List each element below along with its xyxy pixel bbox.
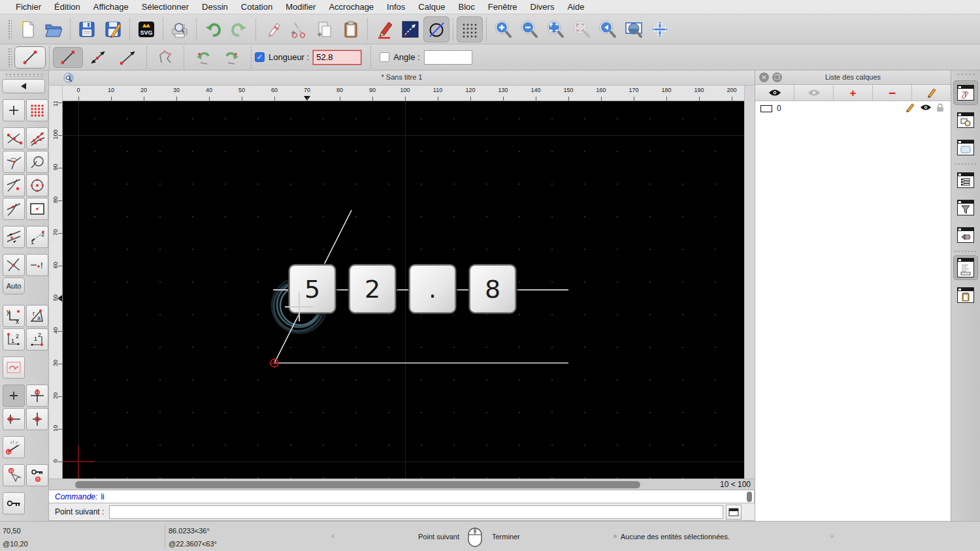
snap-intersection-manual-button[interactable] xyxy=(3,254,25,276)
polyline-close-button[interactable] xyxy=(150,47,180,68)
back-button[interactable] xyxy=(2,79,45,93)
redo-segment-button[interactable] xyxy=(218,47,248,68)
menu-item-aide[interactable]: Aide xyxy=(561,2,591,12)
save-as-button[interactable] xyxy=(100,16,126,42)
menu-item-calque[interactable]: Calque xyxy=(412,2,451,12)
menu-item-modifier[interactable]: Modifier xyxy=(279,2,322,12)
snap-tangent-button[interactable] xyxy=(26,151,48,173)
relative-polar-button[interactable]: 1 2 xyxy=(26,328,48,351)
snap-distance-button[interactable]: 1 2 xyxy=(26,226,48,248)
zoom-selection-button[interactable] xyxy=(568,16,595,42)
restrict-horizontal-button[interactable] xyxy=(3,408,25,430)
layer-lock-icon[interactable] xyxy=(936,103,944,112)
unlock-relative-zero-button[interactable] xyxy=(3,492,25,514)
copy-button[interactable] xyxy=(312,16,338,42)
delete-button[interactable] xyxy=(259,16,286,42)
options-drag-handle[interactable] xyxy=(8,48,12,67)
line-one-direction-button[interactable] xyxy=(113,47,143,68)
snap-center-button[interactable] xyxy=(26,174,48,197)
menu-item-fichier[interactable]: Fichier xyxy=(9,2,48,12)
menu-item-dessin[interactable]: Dessin xyxy=(195,2,235,12)
zoom-window-button[interactable] xyxy=(621,16,647,42)
toggle-layer-panel-button[interactable] xyxy=(953,80,978,105)
print-preview-button[interactable] xyxy=(167,16,193,42)
set-relative-zero-button[interactable] xyxy=(3,464,25,486)
command-history-scrollbar[interactable] xyxy=(747,492,752,502)
vertical-scrollbar[interactable] xyxy=(744,86,755,479)
hscroll-thumb[interactable] xyxy=(75,481,640,488)
toggle-block-panel-button[interactable] xyxy=(953,108,978,133)
angle-input[interactable] xyxy=(424,50,472,65)
edit-layer-button[interactable] xyxy=(912,85,951,101)
restrict-parallel-button[interactable] xyxy=(3,226,25,248)
length-checkbox[interactable]: ✓ xyxy=(255,52,265,62)
layer-visibility-eye-icon[interactable] xyxy=(920,104,932,111)
zoom-in-button[interactable] xyxy=(490,16,516,42)
menu-item-cotation[interactable]: Cotation xyxy=(235,2,279,12)
menu-item-divers[interactable]: Divers xyxy=(524,2,561,12)
lock-relative-zero-button[interactable] xyxy=(26,464,48,486)
relative-cartesian-button[interactable]: 1 2 xyxy=(3,328,25,351)
angle-checkbox[interactable] xyxy=(380,52,389,62)
snap-auto-intersection-button[interactable] xyxy=(3,198,25,220)
remove-layer-button[interactable]: − xyxy=(873,85,912,101)
undo-button[interactable] xyxy=(200,16,226,42)
menu-item-infos[interactable]: Infos xyxy=(380,2,412,12)
toggle-property-panel-button[interactable] xyxy=(953,168,978,193)
show-all-layers-button[interactable] xyxy=(755,85,794,101)
restrict-off-button[interactable] xyxy=(3,385,25,407)
save-button[interactable] xyxy=(74,16,100,42)
restrict-both-button[interactable] xyxy=(26,408,48,430)
grid-toggle-button[interactable] xyxy=(457,16,483,42)
toggle-clipboard-panel-button[interactable] xyxy=(953,283,978,307)
toggle-command-line-button[interactable] xyxy=(953,255,978,280)
toggle-library-panel-button[interactable] xyxy=(953,135,978,160)
redo-button[interactable] xyxy=(226,16,252,42)
line-mode-button[interactable] xyxy=(397,16,423,42)
snap-toolbar-handle[interactable] xyxy=(5,73,44,77)
line-segment-button[interactable] xyxy=(53,47,83,68)
zoom-out-button[interactable] xyxy=(516,16,542,42)
new-file-button[interactable] xyxy=(14,16,41,42)
length-input[interactable] xyxy=(313,50,361,65)
line-both-directions-button[interactable] xyxy=(83,47,113,68)
draw-pencil-button[interactable] xyxy=(371,16,397,42)
snap-auto-button[interactable]: Auto xyxy=(3,277,25,294)
toolbar-drag-handle[interactable] xyxy=(8,20,12,39)
menu-item-edition[interactable]: Édition xyxy=(48,2,87,12)
layer-row[interactable]: 0 xyxy=(755,101,951,116)
menu-item-affichage[interactable]: Affichage xyxy=(87,2,135,12)
menu-item-fenetre[interactable]: Fenêtre xyxy=(482,2,524,12)
restrict-vertical-button[interactable] xyxy=(26,385,48,407)
open-file-button[interactable] xyxy=(41,16,67,42)
layer-color-swatch[interactable] xyxy=(760,105,772,112)
menu-item-bloc[interactable]: Bloc xyxy=(451,2,481,12)
cut-button[interactable] xyxy=(286,16,312,42)
add-layer-button[interactable]: + xyxy=(834,85,873,101)
paste-button[interactable] xyxy=(338,16,364,42)
drawing-canvas[interactable]: 52.8 xyxy=(63,101,744,479)
horizontal-scrollbar[interactable]: 10 < 100 xyxy=(49,479,755,490)
command-input[interactable] xyxy=(109,505,723,519)
restrict-orthogonal-button[interactable] xyxy=(3,356,25,379)
undo-segment-button[interactable] xyxy=(188,47,218,68)
coordinate-cartesian-button[interactable]: y x xyxy=(3,305,25,327)
line-tool-button[interactable] xyxy=(14,46,46,69)
restrict-angle-button[interactable] xyxy=(3,436,25,458)
snap-grid-button[interactable] xyxy=(26,99,48,121)
toggle-selection-filter-button[interactable] xyxy=(953,195,978,220)
zoom-auto-button[interactable] xyxy=(542,16,568,42)
ellipse-mode-button[interactable] xyxy=(423,16,449,42)
pan-button[interactable] xyxy=(647,16,673,42)
keyboard-toggle-button[interactable] xyxy=(726,505,742,520)
hide-all-layers-button[interactable] xyxy=(794,85,834,101)
snap-free-button[interactable] xyxy=(3,99,25,121)
strip-drag-handle[interactable] xyxy=(956,73,975,76)
snap-on-entity-button[interactable] xyxy=(26,127,48,150)
snap-intersection-button[interactable] xyxy=(3,174,25,197)
snap-endpoints-button[interactable] xyxy=(3,127,25,150)
svg-export-button[interactable]: SVG xyxy=(133,16,159,42)
restrict-nothing-button[interactable]: ! xyxy=(26,254,48,276)
snap-perpendicular-button[interactable] xyxy=(3,151,25,173)
coordinate-polar-button[interactable]: r a xyxy=(26,305,48,327)
